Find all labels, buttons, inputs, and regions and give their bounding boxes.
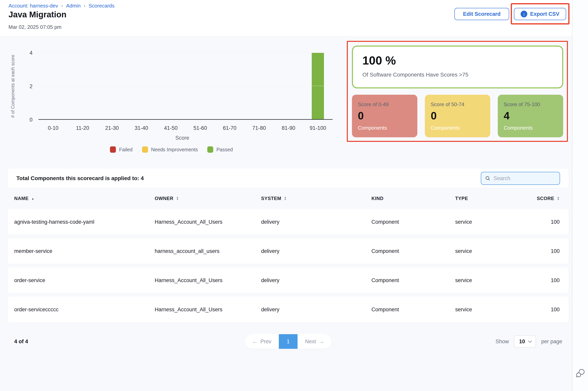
page-number-button[interactable]: 1 xyxy=(279,334,298,349)
cell-system: delivery xyxy=(261,248,371,254)
cell-owner: Harness_Account_All_Users xyxy=(155,306,261,313)
next-page-button[interactable]: Next → xyxy=(298,334,332,349)
column-header-label: NAME xyxy=(14,196,29,201)
column-header-score[interactable]: SCORE▲▼ xyxy=(534,196,560,201)
score-range-title: Score of 0-49 xyxy=(358,101,411,107)
cell-system: delivery xyxy=(261,277,371,284)
score-range-count: 4 xyxy=(504,109,557,122)
sort-ascending-icon[interactable]: ▲ xyxy=(31,197,34,200)
column-header-name[interactable]: NAME▲ xyxy=(14,196,155,201)
show-label: Show xyxy=(496,339,509,345)
arrow-right-icon: → xyxy=(319,339,324,345)
cell-type: service xyxy=(455,306,534,313)
table-row[interactable]: member-serviceharness_account_all_usersd… xyxy=(8,238,569,264)
breadcrumb-link[interactable]: Scorecards xyxy=(89,3,115,9)
cell-type: service xyxy=(455,277,534,284)
chart-bar-column xyxy=(274,53,303,119)
chat-icon xyxy=(575,368,586,379)
page-numbers: 1 xyxy=(279,334,298,349)
score-range-title: Score of 75-100 xyxy=(504,101,557,107)
table-header-row: NAME▲OWNER▲▼SYSTEM▲▼KINDTYPESCORE▲▼ xyxy=(8,188,569,209)
score-range-cards: Score of 0-490ComponentsScore of 50-740C… xyxy=(352,95,563,137)
export-csv-label: Export CSV xyxy=(530,11,559,17)
edit-scorecard-button[interactable]: Edit Scorecard xyxy=(455,8,509,20)
cell-score: 100 xyxy=(534,277,560,284)
sort-icon[interactable]: ▲▼ xyxy=(284,196,286,200)
breadcrumb-link[interactable]: Account: harness-dev xyxy=(8,3,58,9)
chart-x-axis-title: Score xyxy=(38,135,326,141)
table-body: agniva-testing-harness-code-yamlHarness_… xyxy=(8,209,569,322)
y-tick-label: 4 xyxy=(22,50,33,56)
x-tick-label: 71-80 xyxy=(244,125,274,131)
column-header-label: SCORE xyxy=(537,196,554,201)
page-header: Account: harness-dev›Admin›Scorecards Ja… xyxy=(0,0,572,37)
chart-legend: FailedNeeds ImprovementsPassed xyxy=(38,146,304,153)
breadcrumb-link[interactable]: Admin xyxy=(66,3,81,9)
legend-item: Passed xyxy=(207,146,233,153)
column-header-label: SYSTEM xyxy=(261,196,281,201)
table-row[interactable]: order-serviceHarness_Account_All_Usersde… xyxy=(8,268,569,293)
breadcrumb: Account: harness-dev›Admin›Scorecards xyxy=(8,3,115,9)
export-csv-button[interactable]: ↓ Export CSV xyxy=(514,8,566,20)
pagination-summary: 4 of 4 xyxy=(14,334,28,349)
table-row[interactable]: order-servicecccccHarness_Account_All_Us… xyxy=(8,297,569,322)
score-range-label: Components xyxy=(431,125,484,131)
sort-icon[interactable]: ▲▼ xyxy=(557,196,560,200)
column-header-label: OWNER xyxy=(155,196,173,201)
x-tick-label: 91-100 xyxy=(303,125,333,131)
cell-owner: Harness_Account_All_Users xyxy=(155,219,261,225)
x-tick-label: 81-90 xyxy=(274,125,303,131)
table-summary: Total Components this scorecard is appli… xyxy=(16,169,144,188)
chart-y-axis-title: # of Components at each score xyxy=(10,53,17,120)
page-size-value: 10 xyxy=(519,339,525,345)
cell-name: order-service xyxy=(14,277,155,284)
x-tick-label: 21-30 xyxy=(97,125,127,131)
breadcrumb-separator: › xyxy=(61,3,63,9)
download-icon: ↓ xyxy=(521,11,527,17)
column-header-type[interactable]: TYPE xyxy=(455,196,534,201)
highlight-description: Of Software Components Have Scores >75 xyxy=(362,72,562,78)
table-summary-card: Total Components this scorecard is appli… xyxy=(8,169,569,188)
legend-label: Failed xyxy=(119,147,132,153)
y-tick-label: 0 xyxy=(22,117,33,123)
sort-icon[interactable]: ▲▼ xyxy=(176,196,179,200)
cell-owner: Harness_Account_All_Users xyxy=(155,277,261,284)
chart-bar-column xyxy=(244,53,274,119)
cell-score: 100 xyxy=(534,219,560,225)
chat-help-button[interactable] xyxy=(575,368,586,379)
highlight-value: 100 % xyxy=(362,54,562,67)
score-range-count: 0 xyxy=(431,109,484,122)
legend-item: Needs Improvements xyxy=(142,146,198,153)
search-box[interactable] xyxy=(481,172,560,185)
column-header-owner[interactable]: OWNER▲▼ xyxy=(155,196,261,201)
chart-bar xyxy=(312,53,324,119)
search-input[interactable] xyxy=(493,175,556,182)
prev-page-button[interactable]: ← Prev xyxy=(245,334,279,349)
cell-kind: Component xyxy=(371,248,455,254)
score-range-card: Score of 50-740Components xyxy=(425,95,490,137)
page-size-select[interactable]: 10 xyxy=(514,335,536,348)
table-row[interactable]: agniva-testing-harness-code-yamlHarness_… xyxy=(8,209,569,235)
arrow-left-icon: ← xyxy=(252,339,258,345)
column-header-kind[interactable]: KIND xyxy=(371,196,455,201)
chart-bar-column xyxy=(186,53,215,119)
edit-scorecard-label: Edit Scorecard xyxy=(463,11,501,17)
legend-label: Needs Improvements xyxy=(151,147,198,153)
legend-label: Passed xyxy=(216,147,233,153)
chart-bar-column xyxy=(38,53,68,119)
cell-owner: harness_account_all_users xyxy=(155,248,261,254)
legend-item: Failed xyxy=(110,146,132,153)
chart-bar-column xyxy=(156,53,186,119)
column-header-system[interactable]: SYSTEM▲▼ xyxy=(261,196,371,201)
x-tick-label: 0-10 xyxy=(38,125,68,131)
cell-score: 100 xyxy=(534,306,560,313)
main-content: Account: harness-dev›Admin›Scorecards Ja… xyxy=(0,0,572,391)
per-page-label: per page xyxy=(541,339,562,345)
chart-bar-column xyxy=(68,53,97,119)
score-range-card: Score of 75-1004Components xyxy=(498,95,563,137)
legend-swatch xyxy=(207,146,213,153)
page-title: Java Migration xyxy=(8,10,66,19)
chart-bar-column xyxy=(215,53,244,119)
x-tick-label: 41-50 xyxy=(156,125,186,131)
legend-swatch xyxy=(142,146,148,153)
